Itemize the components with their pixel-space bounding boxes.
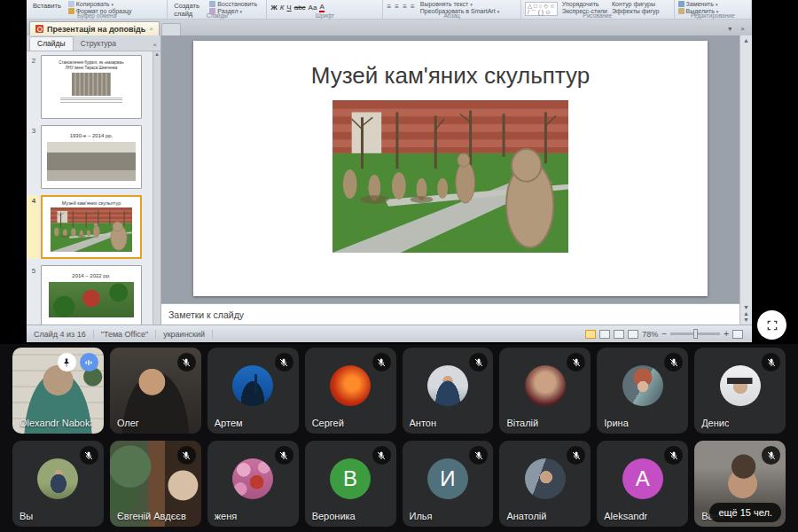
participant-tile[interactable]: Денис (694, 348, 786, 434)
participant-tile[interactable]: Анатолій (499, 441, 591, 527)
participant-avatar (232, 458, 273, 499)
participant-tile[interactable]: Антон (403, 348, 494, 434)
mic-off-icon (762, 446, 780, 465)
change-case-button[interactable]: Aa (309, 4, 317, 12)
participant-tile[interactable]: Ірина (597, 348, 688, 434)
slide-thumbnail-4-selected[interactable]: 4 Музей кам'яних скульптур (27, 195, 160, 259)
caret-icon: ▾ (112, 2, 114, 7)
slides-group-label: Слайды (168, 12, 266, 19)
participant-avatar (427, 365, 468, 406)
normal-view-button[interactable] (585, 330, 596, 339)
paragraph-group-label: Абзац (383, 12, 520, 19)
participant-tile[interactable]: Віталій (499, 348, 591, 434)
underline-button[interactable]: Ч (286, 4, 291, 12)
participant-tile[interactable]: Ваня ещё 15 чел. (694, 441, 786, 527)
tab-slides[interactable]: Слайды (29, 36, 74, 51)
participant-tile[interactable]: A Aleksandr (597, 441, 688, 527)
slide-scrollbar[interactable]: ▲ ▼ ▲ ▼ (739, 35, 752, 325)
previous-slide-icon[interactable]: ▲ (743, 310, 749, 317)
slide-number: 5 (27, 265, 41, 325)
participant-name: Антон (410, 418, 437, 428)
close-tab-icon[interactable]: × (149, 25, 153, 33)
screen-share-region: Вставить Копировать▾ Формат по образцу Б… (0, 0, 798, 344)
slide-sorter-view-button[interactable] (599, 330, 610, 339)
drawing-group-label: Рисование (521, 12, 674, 19)
paste-button[interactable]: Вставить (30, 1, 64, 11)
slide-thumbnail-5[interactable]: 5 2014 – 2022 рр. (27, 265, 160, 325)
mic-off-icon (664, 353, 683, 372)
participant-name: Вы (20, 511, 33, 521)
replace-icon (678, 1, 685, 7)
italic-button[interactable]: К (280, 4, 285, 12)
fit-to-window-button[interactable] (732, 330, 743, 339)
shape-outline-button[interactable]: Контур фигуры (612, 1, 659, 7)
participant-name: Анатолій (506, 511, 546, 521)
zoom-in-icon[interactable]: + (724, 329, 729, 339)
language-indicator: украинский (156, 330, 213, 339)
participant-tile[interactable]: Олег (110, 348, 201, 434)
scroll-up-icon[interactable]: ▲ (154, 51, 160, 57)
participant-avatar (622, 365, 663, 406)
fullscreen-button[interactable] (757, 310, 786, 340)
scroll-down-icon[interactable]: ▼ (743, 304, 749, 310)
thumb-title: ЛНУ імені Тараса Шевченка (66, 66, 117, 70)
slideshow-view-button[interactable] (628, 330, 638, 339)
slide-title: Музей кам'яних скульптур (193, 62, 708, 90)
participant-avatar (525, 365, 566, 406)
close-panel-icon[interactable]: × (153, 41, 157, 51)
participants-grid: Olexandr Naboka Олег Артем Сергей Антон … (0, 346, 798, 532)
reading-view-button[interactable] (614, 330, 624, 339)
panel-scrollbar[interactable]: ▲ (153, 51, 160, 325)
tab-outline[interactable]: Структура (74, 37, 123, 51)
alignment-buttons[interactable]: ≡ ≡ ≡ ≡ (387, 3, 415, 11)
strikethrough-button[interactable]: abc (294, 4, 306, 12)
zoom-slider-thumb[interactable] (693, 329, 698, 339)
shape-outline-label: Контур фигуры (612, 1, 655, 7)
notes-placeholder: Заметки к слайду (168, 309, 244, 320)
participant-tile[interactable]: Вы (12, 441, 104, 527)
zoom-slider[interactable] (670, 332, 720, 335)
arrange-button[interactable]: Упорядочить (562, 1, 607, 7)
copy-button[interactable]: Копировать▾ (68, 1, 132, 7)
participant-name: Денис (701, 418, 729, 428)
scroll-up-icon[interactable]: ▲ (743, 37, 749, 43)
meeting-window: Вставить Копировать▾ Формат по образцу Б… (0, 0, 798, 532)
slide-canvas[interactable]: Музей кам'яних скульптур (193, 41, 708, 296)
align-text-button[interactable]: Выровнять текст▾ (420, 1, 499, 7)
font-color-button[interactable]: А (319, 3, 324, 12)
ribbon-group-clipboard: Вставить Копировать▾ Формат по образцу Б… (27, 0, 168, 19)
zoom-out-icon[interactable]: − (661, 329, 667, 339)
minimize-window-icon[interactable]: ▾ (728, 25, 732, 33)
audio-level-icon (80, 353, 98, 372)
participant-avatar (720, 365, 761, 406)
mic-off-icon (275, 353, 293, 372)
slide-thumbnail-3[interactable]: 3 1930-е – 2014 рр. (27, 125, 160, 189)
participant-tile[interactable]: женя (207, 441, 299, 527)
participant-tile[interactable]: Артем (207, 348, 299, 434)
participant-tile[interactable]: И Илья (403, 441, 494, 527)
participant-name: Артем (215, 418, 243, 428)
ribbon-group-drawing: △ □ ○ ◇ ☆ / ⌒ ( ) ☆ Упорядочить Экспресс… (521, 0, 675, 19)
replace-label: Заменить (686, 1, 714, 7)
restore-button[interactable]: Восстановить (209, 1, 257, 7)
close-window-icon[interactable]: × (740, 25, 745, 33)
document-tab[interactable]: Презентація на доповідь × (29, 21, 160, 35)
participant-tile[interactable]: В Вероника (305, 441, 396, 527)
next-slide-icon[interactable]: ▼ (743, 317, 749, 323)
bold-button[interactable]: Ж (270, 4, 277, 12)
participant-tile[interactable]: Olexandr Naboka (12, 348, 104, 434)
notes-pane[interactable]: Заметки к слайду (161, 303, 739, 325)
replace-button[interactable]: Заменить▾ (678, 1, 719, 7)
participant-tile[interactable]: Сергей (305, 348, 396, 434)
more-participants-button[interactable]: ещё 15 чел. (709, 503, 781, 522)
participant-tile[interactable]: Євгеній Авдєєв (110, 441, 201, 527)
ribbon-group-slides: Создать слайд Восстановить Раздел▾ Слайд… (168, 0, 267, 19)
workspace: Слайды Структура × 2 Становлення будівлі… (27, 35, 752, 325)
font-group-label: Шрифт (267, 12, 382, 19)
slide-thumbnail-2[interactable]: 2 Становлення будівлі, як «казарма»ЛНУ і… (27, 55, 160, 119)
powerpoint-window: Вставить Копировать▾ Формат по образцу Б… (27, 0, 752, 342)
ribbon-group-paragraph: ≡ ≡ ≡ ≡ Выровнять текст▾ Преобразовать в… (383, 0, 521, 19)
thumb-title: 2014 – 2022 рр. (72, 273, 110, 278)
thumb-title: Становлення будівлі, як «казарма» (59, 60, 123, 65)
new-tab-stub[interactable] (161, 23, 181, 35)
